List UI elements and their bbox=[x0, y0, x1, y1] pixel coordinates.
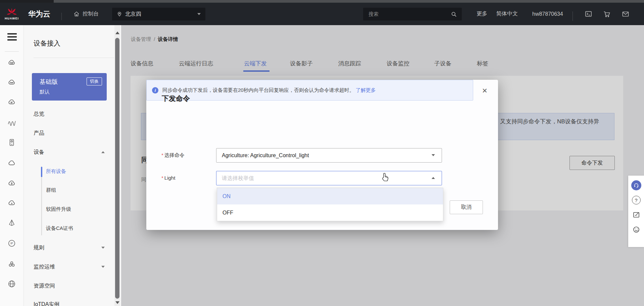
feedback-button[interactable] bbox=[631, 210, 641, 220]
scrollbar-down-icon[interactable] bbox=[115, 301, 119, 304]
close-icon[interactable]: × bbox=[482, 87, 487, 94]
command-select-value: Agriculture: Agriculture_Control_light bbox=[222, 152, 309, 159]
region-caret-icon bbox=[197, 13, 201, 15]
command-select-caret-icon bbox=[432, 154, 435, 156]
device-icon[interactable] bbox=[7, 138, 16, 147]
rules-expand-icon[interactable] bbox=[101, 247, 105, 249]
field-label-light: * Light bbox=[161, 175, 175, 181]
waves-icon[interactable] bbox=[7, 118, 16, 127]
console-label: 控制台 bbox=[83, 10, 99, 17]
plan-switch-button[interactable]: 切换 bbox=[87, 77, 102, 85]
plan-instance: 默认 bbox=[40, 89, 50, 95]
ip-icon[interactable]: IP bbox=[7, 239, 16, 248]
rail-divider bbox=[5, 51, 19, 52]
cart-icon bbox=[603, 10, 611, 18]
browser-strip bbox=[0, 0, 644, 3]
search-placeholder: 搜索 bbox=[368, 11, 379, 17]
hamburger-menu-icon[interactable] bbox=[7, 33, 17, 42]
plan-card[interactable]: 基础版 切换 默认 bbox=[32, 73, 107, 101]
cloud-upload-icon[interactable] bbox=[7, 179, 16, 188]
beacon-icon[interactable] bbox=[7, 219, 16, 228]
cloud-play-icon[interactable] bbox=[7, 199, 16, 207]
sidebar-item-products[interactable]: 产品 bbox=[34, 130, 44, 137]
sidebar-divider bbox=[34, 58, 114, 58]
light-select-caret-icon bbox=[432, 177, 435, 179]
plan-name: 基础版 bbox=[40, 78, 58, 86]
language-switcher[interactable]: 简体中文 bbox=[496, 3, 518, 25]
brand-title[interactable]: 华为云 bbox=[28, 3, 50, 25]
enum-dropdown-panel: ON OFF bbox=[217, 188, 443, 221]
more-menu[interactable]: 更多 bbox=[477, 3, 487, 25]
modal-info-text: 同步命令成功下发后，设备需要在20秒内向平台回复响应，否则会认为命令请求超时。 bbox=[162, 87, 354, 94]
huawei-flower-icon bbox=[6, 8, 17, 16]
region-label: 北京四 bbox=[125, 11, 141, 18]
sidebar-item-monitoring[interactable]: 监控运维 bbox=[34, 263, 55, 270]
light-enum-input[interactable] bbox=[222, 175, 442, 181]
required-marker: * bbox=[161, 152, 163, 159]
devices-collapse-icon[interactable] bbox=[101, 151, 105, 153]
active-item-bar bbox=[41, 167, 42, 177]
huawei-cloud-console: HUAWEI 华为云 控制台 北京四 搜索 更多 简体中文 bbox=[0, 0, 644, 306]
modal-title: 下发命令 bbox=[162, 94, 190, 103]
region-selector[interactable]: 北京四 bbox=[112, 8, 205, 20]
sidebar-item-rules[interactable]: 规则 bbox=[34, 244, 44, 251]
sidebar-item-iotda-instance[interactable]: IoTDA实例 bbox=[34, 301, 59, 306]
sidebar-item-firmware-upgrade[interactable]: 软固件升级 bbox=[46, 206, 71, 212]
sidebar-title: 设备接入 bbox=[34, 39, 60, 48]
cluster-icon[interactable] bbox=[7, 260, 16, 268]
field-label-command: * 选择命令 bbox=[161, 152, 185, 159]
sidebar-item-device-ca-cert[interactable]: 设备CA证书 bbox=[46, 225, 73, 232]
globe-icon[interactable] bbox=[7, 280, 16, 288]
headset-icon bbox=[633, 182, 639, 188]
smiley-icon bbox=[632, 226, 640, 234]
cart-button[interactable] bbox=[603, 3, 611, 25]
dropdown-option-on[interactable]: ON bbox=[217, 188, 443, 204]
question-icon: ? bbox=[632, 196, 641, 204]
sidebar-item-all-devices[interactable]: 所有设备 bbox=[46, 168, 66, 175]
huawei-logo-text: HUAWEI bbox=[5, 17, 19, 20]
cloud-dots-icon[interactable] bbox=[7, 78, 16, 87]
console-terminal-button[interactable] bbox=[585, 3, 592, 25]
cloud-lines-icon[interactable] bbox=[7, 98, 16, 107]
sidebar-item-devices[interactable]: 设备 bbox=[34, 149, 44, 156]
top-header: HUAWEI 华为云 控制台 北京四 搜索 更多 简体中文 bbox=[0, 3, 644, 25]
modal-info-banner: i 同步命令成功下发后，设备需要在20秒内向平台回复响应，否则会认为命令请求超时… bbox=[146, 80, 473, 101]
feedback-edit-icon bbox=[632, 211, 640, 219]
send-command-modal: 下发命令 × i 同步命令成功下发后，设备需要在20秒内向平台回复响应，否则会认… bbox=[146, 80, 498, 230]
search-icon[interactable] bbox=[451, 11, 457, 17]
sidebar-item-groups[interactable]: 群组 bbox=[46, 187, 56, 193]
messages-button[interactable] bbox=[622, 3, 630, 25]
home-icon bbox=[73, 11, 80, 17]
light-enum-select[interactable] bbox=[216, 171, 442, 185]
header-divider bbox=[61, 13, 62, 20]
browser-strip-left bbox=[0, 0, 54, 3]
header-divider2 bbox=[573, 11, 573, 21]
username[interactable]: hw87870634 bbox=[532, 3, 563, 25]
right-float-toolbar: ? bbox=[628, 176, 644, 247]
cloud-server-icon[interactable] bbox=[7, 58, 16, 67]
command-select[interactable]: Agriculture: Agriculture_Control_light bbox=[216, 148, 442, 163]
support-button[interactable] bbox=[631, 180, 641, 190]
scrollbar-up-icon[interactable] bbox=[115, 32, 119, 34]
help-button[interactable]: ? bbox=[631, 195, 641, 205]
scrollbar-thumb[interactable] bbox=[115, 38, 119, 299]
survey-button[interactable] bbox=[631, 225, 641, 235]
svg-text:IP: IP bbox=[10, 242, 13, 245]
info-icon: i bbox=[152, 87, 158, 94]
location-pin-icon bbox=[117, 11, 122, 17]
sidebar-item-resource-space[interactable]: 资源空间 bbox=[34, 283, 55, 290]
header-search[interactable]: 搜索 bbox=[363, 8, 462, 20]
dropdown-option-off[interactable]: OFF bbox=[217, 204, 443, 221]
console-link[interactable]: 控制台 bbox=[73, 3, 99, 25]
learn-more-link[interactable]: 了解更多 bbox=[356, 87, 376, 94]
sidebar-item-overview[interactable]: 总览 bbox=[34, 111, 44, 118]
mail-icon bbox=[622, 10, 630, 18]
huawei-logo[interactable]: HUAWEI bbox=[5, 3, 19, 25]
cancel-button[interactable]: 取消 bbox=[450, 200, 483, 214]
required-marker2: * bbox=[161, 175, 163, 181]
monitoring-expand-icon[interactable] bbox=[101, 266, 105, 268]
terminal-icon bbox=[585, 10, 592, 18]
cloud-icon[interactable] bbox=[7, 159, 16, 168]
